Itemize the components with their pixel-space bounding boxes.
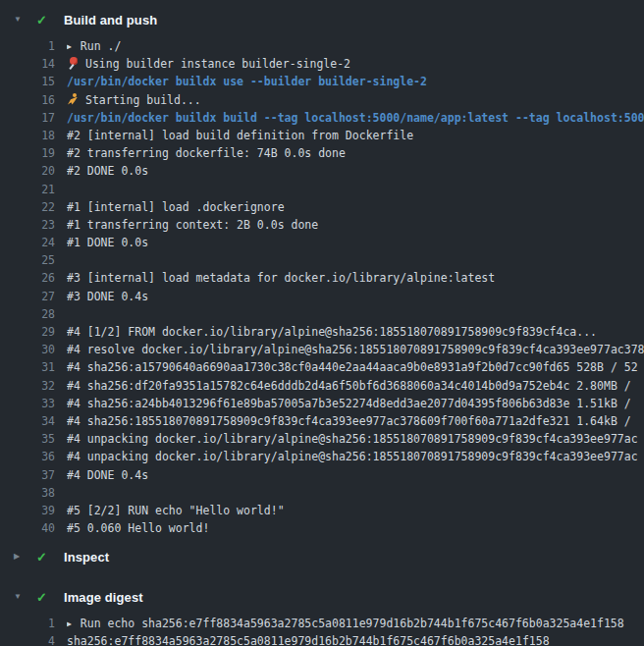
log-text: #1 [internal] load .dockerignore	[67, 200, 285, 214]
line-number[interactable]: 33	[0, 395, 55, 412]
log-line: 24#1 DONE 0.0s	[0, 234, 644, 251]
section-header-image-digest[interactable]: ▼ ✓ Image digest	[0, 586, 644, 608]
expand-group-icon[interactable]: ▶	[67, 42, 72, 51]
line-number[interactable]: 24	[0, 234, 55, 251]
line-number[interactable]: 35	[0, 430, 55, 448]
log-text: #2 DONE 0.0s	[67, 162, 148, 180]
log-text: #4 unpacking docker.io/library/alpine@sh…	[67, 430, 638, 448]
line-number[interactable]: 31	[0, 358, 55, 376]
log-text: #4 unpacking docker.io/library/alpine@sh…	[67, 432, 638, 446]
line-number[interactable]: 14	[0, 55, 55, 73]
log-text: #4 resolve docker.io/library/alpine@sha2…	[67, 343, 644, 356]
log-section-build-and-push: ▼ ✓ Build and push 1▶Run ./14Using build…	[0, 9, 644, 537]
log-line: 29#4 [1/2] FROM docker.io/library/alpine…	[0, 323, 644, 341]
line-number[interactable]: 25	[0, 251, 55, 269]
log-text: #4 sha256:df20fa9351a15782c64e6dddb2d4a6…	[67, 379, 638, 393]
line-number[interactable]: 17	[0, 109, 55, 127]
log-section-inspect: ▶ ✓ Inspect	[0, 546, 644, 567]
line-number[interactable]: 39	[0, 502, 55, 519]
log-text: #4 sha256:a24bb4013296f61e89ba57005a7b3e…	[67, 395, 638, 412]
log-line: 4sha256:e7ff8834a5963a2785c5a0811e979d16…	[0, 632, 644, 646]
log-group-line[interactable]: ▶Run ./	[67, 37, 121, 55]
log-text: #1 [internal] load .dockerignore	[67, 198, 285, 216]
log-line: 15/usr/bin/docker buildx use --builder b…	[0, 73, 644, 90]
line-number[interactable]: 40	[0, 519, 55, 537]
log-line: 18#2 [internal] load build definition fr…	[0, 127, 644, 144]
line-number[interactable]: 29	[0, 323, 55, 341]
line-number[interactable]: 4	[0, 632, 55, 646]
line-number[interactable]: 32	[0, 377, 55, 395]
log-line: 32#4 sha256:df20fa9351a15782c64e6dddb2d4…	[0, 377, 644, 395]
log-text: #3 [internal] load metadata for docker.i…	[67, 269, 495, 287]
line-number[interactable]: 36	[0, 448, 55, 465]
log-text: #4 resolve docker.io/library/alpine@sha2…	[67, 341, 644, 358]
log-line: 1▶Run echo sha256:e7ff8834a5963a2785c5a0…	[0, 615, 644, 632]
log-text: #4 sha256:a24bb4013296f61e89ba57005a7b3e…	[67, 397, 638, 410]
section-header-build-and-push[interactable]: ▼ ✓ Build and push	[0, 9, 644, 30]
chevron-down-icon: ▼	[14, 593, 24, 601]
pushpin-icon	[67, 57, 80, 70]
line-number[interactable]: 1	[0, 37, 55, 55]
log-line: 28	[0, 305, 644, 323]
log-text: #5 [2/2] RUN echo "Hello world!"	[67, 502, 285, 519]
log-line: 40#5 0.060 Hello world!	[0, 519, 644, 537]
chevron-right-icon: ▶	[14, 553, 24, 561]
log-text: #4 unpacking docker.io/library/alpine@sh…	[67, 450, 638, 463]
log-text: /usr/bin/docker buildx use --builder bui…	[67, 73, 427, 90]
success-check-icon: ✓	[36, 14, 50, 27]
line-number[interactable]: 1	[0, 615, 55, 632]
line-number[interactable]: 28	[0, 305, 55, 323]
log-group-line[interactable]: ▶Run echo sha256:e7ff8834a5963a2785c5a08…	[67, 615, 624, 632]
log-line: 34#4 sha256:185518070891758909c9f839cf4c…	[0, 412, 644, 430]
log-text: #4 unpacking docker.io/library/alpine@sh…	[67, 448, 638, 465]
log-text: #1 DONE 0.0s	[67, 236, 148, 249]
line-number[interactable]: 20	[0, 162, 55, 180]
log-text: #1 DONE 0.0s	[67, 234, 148, 251]
line-number[interactable]: 37	[0, 466, 55, 484]
log-text: #1 transferring context: 2B 0.0s done	[67, 218, 318, 232]
log-line: 23#1 transferring context: 2B 0.0s done	[0, 216, 644, 234]
log-line: 39#5 [2/2] RUN echo "Hello world!"	[0, 502, 644, 519]
line-number[interactable]: 16	[0, 91, 55, 109]
log-text: Starting build...	[67, 91, 201, 109]
log-text: #3 DONE 0.4s	[67, 288, 148, 305]
log-line: 20#2 DONE 0.0s	[0, 162, 644, 180]
log-text: #2 [internal] load build definition from…	[67, 129, 413, 142]
log-text: /usr/bin/docker buildx use --builder bui…	[67, 75, 427, 88]
line-number[interactable]: 18	[0, 127, 55, 144]
line-number[interactable]: 15	[0, 73, 55, 90]
log-line: 1▶Run ./	[0, 37, 644, 55]
log-text: #4 sha256:df20fa9351a15782c64e6dddb2d4a6…	[67, 377, 638, 395]
log-line: 37#4 DONE 0.4s	[0, 466, 644, 484]
log-line: 25	[0, 251, 644, 269]
log-line: 31#4 sha256:a15790640a6690aa1730c38cf0a4…	[0, 358, 644, 376]
line-number[interactable]: 21	[0, 181, 55, 198]
log-text: #2 transferring dockerfile: 74B 0.0s don…	[67, 144, 346, 162]
section-title: Inspect	[64, 550, 109, 565]
expand-group-icon[interactable]: ▶	[67, 619, 72, 628]
log-text: #3 [internal] load metadata for docker.i…	[67, 271, 495, 285]
log-text: Run ./	[80, 39, 122, 53]
line-number[interactable]: 27	[0, 288, 55, 305]
log-text: #4 DONE 0.4s	[67, 468, 148, 482]
line-number[interactable]: 23	[0, 216, 55, 234]
log-text: #3 DONE 0.4s	[67, 290, 148, 303]
line-number[interactable]: 22	[0, 198, 55, 216]
line-number[interactable]: 19	[0, 144, 55, 162]
line-number[interactable]: 26	[0, 269, 55, 287]
log-line: 16Starting build...	[0, 91, 644, 109]
log-lines: 1▶Run echo sha256:e7ff8834a5963a2785c5a0…	[0, 615, 644, 646]
line-number[interactable]: 34	[0, 412, 55, 430]
log-line: 14Using builder instance builder-single-…	[0, 55, 644, 73]
log-line: 36#4 unpacking docker.io/library/alpine@…	[0, 448, 644, 465]
workflow-log: ▼ ✓ Build and push 1▶Run ./14Using build…	[0, 0, 644, 646]
success-check-icon: ✓	[36, 551, 50, 564]
log-text: Run echo sha256:e7ff8834a5963a2785c5a081…	[80, 617, 624, 630]
section-title: Build and push	[64, 13, 157, 27]
section-header-inspect[interactable]: ▶ ✓ Inspect	[0, 546, 644, 567]
line-number[interactable]: 38	[0, 484, 55, 502]
log-line: 22#1 [internal] load .dockerignore	[0, 198, 644, 216]
line-number[interactable]: 30	[0, 341, 55, 358]
log-text: #4 [1/2] FROM docker.io/library/alpine@s…	[67, 323, 597, 341]
log-text: #4 sha256:185518070891758909c9f839cf4ca3…	[67, 412, 638, 430]
